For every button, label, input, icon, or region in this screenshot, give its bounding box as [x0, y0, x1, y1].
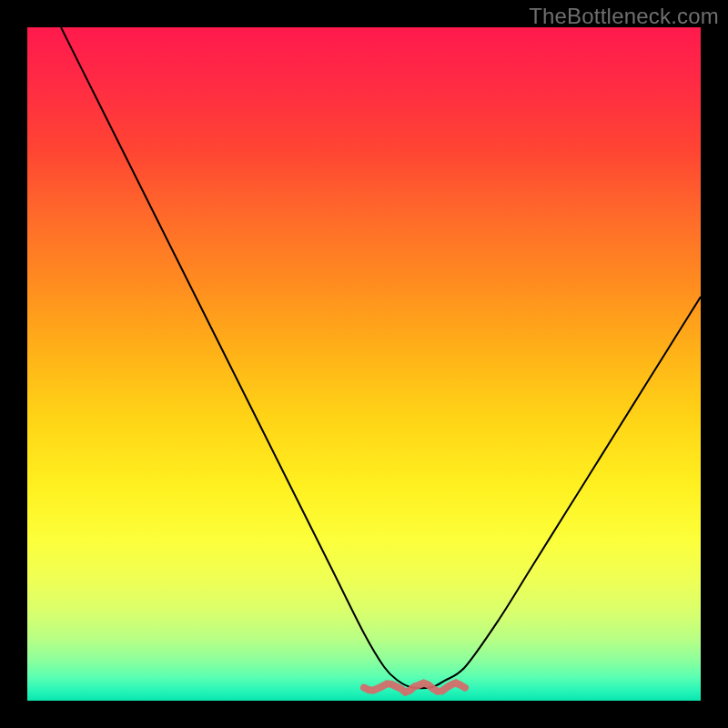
optimal-range-highlight: [364, 682, 465, 692]
chart-svg: [27, 27, 701, 701]
chart-frame: TheBottleneck.com: [0, 0, 728, 728]
watermark-label: TheBottleneck.com: [529, 4, 719, 29]
plot-area: [27, 27, 701, 701]
bottleneck-curve: [61, 27, 701, 688]
